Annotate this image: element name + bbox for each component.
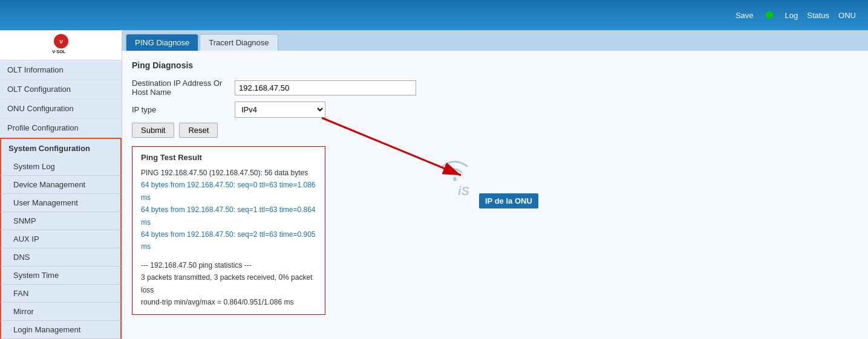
- status-link[interactable]: Status: [807, 11, 829, 20]
- submit-button[interactable]: Submit: [132, 123, 174, 138]
- tab-tracert[interactable]: Tracert Diagnose: [200, 34, 278, 51]
- ping-line-3: 64 bytes from 192.168.47.50: seq=1 ttl=6…: [141, 204, 316, 228]
- main-layout: V V·SOL OLT Information OLT Configuratio…: [0, 30, 868, 339]
- ping-line-2: 64 bytes from 192.168.47.50: seq=0 ttl=6…: [141, 179, 316, 204]
- dest-label: Destination IP Address OrHost Name: [132, 79, 235, 97]
- sidebar-item-mirror[interactable]: Mirror: [0, 303, 122, 321]
- sidebar: V V·SOL OLT Information OLT Configuratio…: [0, 30, 122, 339]
- ping-stats-3: round-trip min/avg/max = 0.864/0.951/1.0…: [141, 296, 316, 308]
- svg-text:V·SOL: V·SOL: [52, 49, 66, 54]
- sidebar-item-system-time[interactable]: System Time: [0, 266, 122, 285]
- sidebar-logo: V V·SOL: [0, 30, 122, 60]
- tab-ping[interactable]: PING Diagnose: [126, 34, 198, 51]
- save-button[interactable]: Save: [736, 11, 754, 20]
- ping-result-box: Ping Test Result PING 192.168.47.50 (192…: [132, 146, 325, 315]
- sidebar-item-profile-config[interactable]: Profile Configuration: [0, 118, 122, 138]
- ip-type-label: IP type: [132, 105, 235, 114]
- content-tabs: PING Diagnose Tracert Diagnose: [122, 30, 868, 51]
- sidebar-item-user-mgmt[interactable]: User Management: [0, 194, 122, 212]
- vsol-logo-icon: V V·SOL: [49, 33, 73, 57]
- ping-line-4: 64 bytes from 192.168.47.50: seq=2 ttl=6…: [141, 228, 316, 253]
- sidebar-item-system-log[interactable]: System Log: [0, 158, 122, 176]
- page-title: Ping Diagnosis: [132, 60, 858, 70]
- ping-result-title: Ping Test Result: [141, 153, 316, 162]
- content-body: Ping Diagnosis Destination IP Address Or…: [122, 51, 868, 324]
- status-indicator: [766, 11, 773, 19]
- ping-stats-1: --- 192.168.47.50 ping statistics ---: [141, 259, 316, 271]
- sidebar-item-fan[interactable]: FAN: [0, 285, 122, 303]
- ping-stats: --- 192.168.47.50 ping statistics --- 3 …: [141, 259, 316, 309]
- sidebar-item-snmp[interactable]: SNMP: [0, 212, 122, 230]
- reset-button[interactable]: Reset: [179, 123, 218, 138]
- sidebar-item-aux-ip[interactable]: AUX IP: [0, 230, 122, 248]
- nav-links: Log Status ONU: [785, 11, 856, 20]
- sidebar-item-olt-info[interactable]: OLT Information: [0, 60, 122, 80]
- ip-type-select[interactable]: IPv4 IPv6: [235, 102, 325, 118]
- sidebar-item-onu-config[interactable]: ONU Configuration: [0, 99, 122, 118]
- content-area: PING Diagnose Tracert Diagnose Ping Diag…: [122, 30, 868, 339]
- ping-line-1: PING 192.168.47.50 (192.168.47.50): 56 d…: [141, 167, 316, 179]
- form-row-dest: Destination IP Address OrHost Name: [132, 79, 858, 97]
- sidebar-item-olt-config[interactable]: OLT Configuration: [0, 80, 122, 99]
- dest-ip-input[interactable]: [235, 80, 416, 95]
- onu-link[interactable]: ONU: [838, 11, 856, 20]
- log-link[interactable]: Log: [785, 11, 798, 20]
- sidebar-item-dns[interactable]: DNS: [0, 248, 122, 266]
- form-buttons: Submit Reset: [132, 123, 858, 138]
- ping-stats-2: 3 packets transmitted, 3 packets receive…: [141, 271, 316, 296]
- top-header: Save Log Status ONU: [0, 0, 868, 30]
- form-row-iptype: IP type IPv4 IPv6: [132, 102, 858, 118]
- svg-text:V: V: [59, 39, 63, 45]
- sidebar-item-login-mgmt[interactable]: Login Management: [0, 321, 122, 339]
- sidebar-item-device-mgmt[interactable]: Device Management: [0, 176, 122, 194]
- sidebar-system-config[interactable]: System Configuration: [0, 138, 122, 158]
